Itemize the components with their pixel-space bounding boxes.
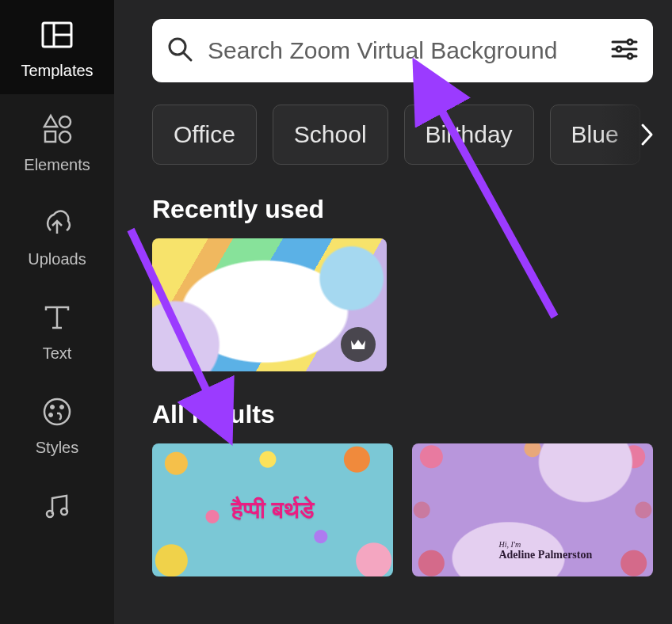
search-bar[interactable]: [152, 19, 653, 82]
svg-rect-4: [45, 131, 55, 142]
uploads-icon: [41, 207, 73, 239]
svg-point-6: [44, 399, 70, 424]
svg-point-17: [617, 47, 621, 51]
chip-school[interactable]: School: [273, 105, 388, 165]
template-thumb[interactable]: हैप्पी बर्थडे: [152, 443, 393, 576]
sidebar-item-music[interactable]: [0, 471, 114, 522]
sidebar-item-label: Text: [43, 344, 72, 363]
search-input[interactable]: [208, 37, 601, 64]
template-caption: हैप्पी बर्थडे: [231, 497, 314, 524]
recently-used-section: Recently used: [152, 195, 672, 371]
template-thumb[interactable]: [152, 238, 387, 371]
svg-line-13: [184, 53, 191, 60]
sidebar-item-templates[interactable]: Templates: [0, 0, 114, 94]
premium-crown-icon: [341, 327, 376, 362]
sidebar-item-styles[interactable]: Styles: [0, 377, 114, 471]
chip-blue[interactable]: Blue: [550, 105, 640, 165]
sidebar-item-uploads[interactable]: Uploads: [0, 188, 114, 283]
text-icon: [41, 302, 73, 333]
styles-icon: [41, 396, 73, 428]
section-title: Recently used: [152, 195, 672, 224]
main-panel: Office School Birthday Blue Green Recent…: [114, 0, 672, 624]
chip-office[interactable]: Office: [152, 105, 257, 165]
sidebar-item-label: Uploads: [28, 250, 86, 268]
svg-point-9: [49, 413, 53, 417]
svg-point-5: [59, 131, 71, 143]
svg-point-11: [61, 508, 67, 515]
sidebar-item-label: Templates: [21, 62, 93, 80]
svg-point-19: [628, 54, 632, 59]
sidebar-item-label: Styles: [36, 439, 78, 457]
svg-point-8: [60, 405, 64, 409]
filter-icon[interactable]: [610, 37, 639, 64]
all-results-section: All results हैप्पी बर्थडे Hi, I'm Adelin…: [152, 400, 672, 576]
template-thumb[interactable]: Hi, I'm Adeline Palmerston: [412, 443, 653, 576]
elements-icon: [41, 113, 73, 145]
template-caption: Hi, I'm Adeline Palmerston: [498, 540, 592, 561]
chip-birthday[interactable]: Birthday: [404, 105, 534, 165]
svg-point-10: [47, 511, 53, 517]
section-title: All results: [152, 400, 672, 429]
chips-scroll-right[interactable]: [628, 116, 666, 154]
left-sidebar: Templates Elements Uploads Text Styles: [0, 0, 114, 624]
svg-point-3: [59, 116, 71, 127]
music-icon: [41, 490, 73, 522]
sidebar-item-elements[interactable]: Elements: [0, 94, 114, 188]
svg-point-15: [628, 40, 632, 44]
templates-icon: [41, 19, 73, 51]
sidebar-item-text[interactable]: Text: [0, 283, 114, 377]
category-chips: Office School Birthday Blue Green: [152, 103, 672, 166]
search-icon: [166, 36, 193, 66]
sidebar-item-label: Elements: [24, 156, 90, 174]
svg-point-7: [51, 405, 55, 409]
